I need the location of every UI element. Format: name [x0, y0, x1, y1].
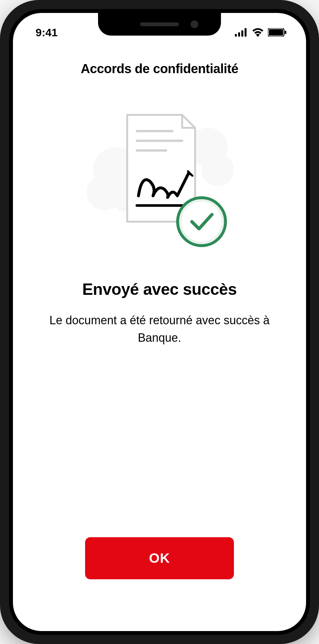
success-message: Le document a été retourné avec succès à… — [32, 312, 287, 347]
battery-icon — [268, 28, 287, 37]
status-time: 9:41 — [36, 26, 58, 39]
wifi-icon — [252, 28, 264, 37]
status-icons — [235, 28, 287, 37]
success-illustration — [85, 105, 234, 248]
footer: OK — [13, 537, 306, 631]
svg-rect-0 — [235, 34, 237, 37]
svg-rect-3 — [245, 28, 247, 37]
svg-rect-1 — [238, 32, 240, 37]
svg-point-19 — [182, 202, 222, 242]
svg-rect-5 — [269, 29, 283, 36]
page-header: Accords de confidentialité — [13, 45, 306, 86]
phone-inner: 9:41 — [9, 9, 310, 635]
phone-frame: 9:41 — [0, 0, 319, 644]
notch — [98, 13, 221, 36]
svg-rect-2 — [241, 30, 243, 37]
page-title: Accords de confidentialité — [26, 61, 293, 76]
content-area: Envoyé avec succès Le document a été ret… — [13, 86, 306, 537]
svg-point-11 — [202, 154, 234, 186]
notch-speaker — [140, 22, 179, 26]
ok-button[interactable]: OK — [85, 537, 234, 579]
screen: 9:41 — [13, 13, 306, 631]
svg-rect-6 — [285, 31, 286, 34]
cellular-signal-icon — [235, 28, 248, 37]
notch-camera — [191, 20, 198, 28]
success-heading: Envoyé avec succès — [82, 280, 236, 299]
